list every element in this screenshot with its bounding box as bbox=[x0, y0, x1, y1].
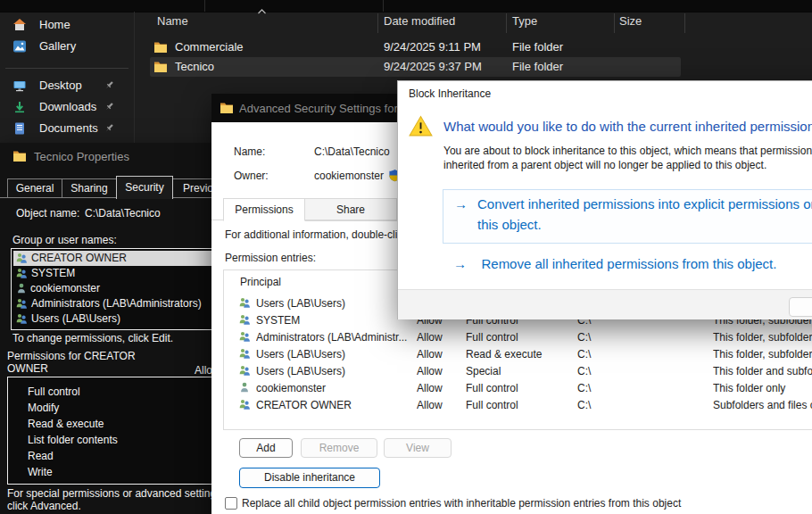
table-row[interactable]: Users (LAB\Users) Allow Read & execute C… bbox=[224, 346, 812, 363]
group-icon bbox=[238, 329, 252, 346]
sidebar-item-desktop[interactable]: Desktop bbox=[5, 75, 130, 96]
tab-security[interactable]: Security bbox=[116, 176, 173, 199]
table-row[interactable]: Users (LAB\Users) Allow Special C:\ This… bbox=[224, 363, 812, 380]
add-button[interactable]: Add bbox=[239, 438, 293, 458]
file-date: 9/24/2025 9:37 PM bbox=[384, 60, 482, 73]
pin-icon bbox=[104, 79, 115, 94]
column-header-type[interactable]: Type bbox=[512, 14, 537, 28]
permission-entries-label: Permission entries: bbox=[225, 252, 316, 264]
remove-permissions-command-link[interactable]: → Remove all inherited permissions from … bbox=[453, 256, 776, 276]
object-name-label: Object name: bbox=[16, 207, 79, 220]
cancel-button[interactable]: Cancel bbox=[789, 297, 812, 317]
dialog-footer: Cancel bbox=[398, 289, 812, 319]
table-row[interactable]: CREATOR OWNER Allow Full control C:\ Sub… bbox=[224, 397, 812, 414]
arrow-right-icon: → bbox=[453, 256, 467, 271]
permission-item[interactable]: Modify bbox=[28, 401, 59, 416]
replace-permissions-label: Replace all child object permission entr… bbox=[242, 497, 812, 510]
permission-item[interactable]: Full control bbox=[28, 385, 80, 400]
dialog-title: Block Inheritance bbox=[409, 87, 491, 100]
group-icon bbox=[238, 397, 252, 414]
group-icon bbox=[238, 295, 252, 312]
remove-button[interactable]: Remove bbox=[301, 438, 377, 458]
permission-item[interactable]: Read & execute bbox=[28, 417, 104, 432]
sidebar-item-documents[interactable]: Documents bbox=[5, 118, 130, 139]
column-header-date-modified[interactable]: Date modified bbox=[384, 14, 455, 28]
file-name: Commerciale bbox=[175, 40, 244, 54]
group-icon bbox=[15, 312, 29, 329]
file-date: 9/24/2025 9:11 PM bbox=[384, 40, 481, 54]
permission-item[interactable]: Write bbox=[28, 465, 53, 480]
file-type: File folder bbox=[512, 60, 563, 73]
permissions-for-label: Permissions for CREATOR bbox=[7, 350, 136, 362]
edit-hint: To change permissions, click Edit. bbox=[12, 332, 173, 344]
dialog-heading: What would you like to do with the curre… bbox=[443, 119, 812, 134]
list-item-cookiemonster[interactable]: cookiemonster bbox=[13, 281, 100, 296]
group-icon bbox=[238, 346, 252, 363]
desktop-icon bbox=[12, 79, 27, 95]
strip-divider bbox=[204, 0, 205, 12]
list-item-administrators[interactable]: Administrators (LAB\Administrators) bbox=[13, 296, 202, 311]
owner-value: cookiemonster bbox=[314, 170, 384, 182]
tab-share[interactable]: Share bbox=[304, 198, 397, 221]
disable-inheritance-button[interactable]: Disable inheritance bbox=[239, 468, 380, 488]
sidebar-item-label: Documents bbox=[39, 121, 98, 135]
group-user-names-label: Group or user names: bbox=[12, 234, 117, 246]
screen: Home Gallery Desktop Downloads Documents… bbox=[0, 0, 812, 514]
view-button[interactable]: View bbox=[384, 438, 452, 458]
table-row[interactable]: cookiemonster Allow Full control C:\ Thi… bbox=[224, 380, 812, 397]
owner-label: Owner: bbox=[234, 170, 269, 182]
folder-icon bbox=[153, 60, 168, 77]
convert-permissions-command-link[interactable]: → Convert inherited permissions into exp… bbox=[443, 189, 812, 244]
tab-sharing[interactable]: Sharing bbox=[62, 178, 117, 198]
home-icon bbox=[12, 18, 27, 35]
sidebar-item-gallery[interactable]: Gallery bbox=[5, 36, 130, 57]
column-header-name[interactable]: Name bbox=[157, 14, 188, 28]
permission-item[interactable]: Special permissions bbox=[28, 481, 123, 485]
folder-icon bbox=[220, 101, 234, 118]
name-value: C:\Data\Tecnico bbox=[314, 145, 390, 158]
tab-general[interactable]: General bbox=[7, 178, 62, 198]
group-icon bbox=[238, 312, 252, 329]
column-divider[interactable] bbox=[614, 13, 615, 33]
gallery-icon bbox=[12, 39, 27, 56]
permission-item[interactable]: Read bbox=[28, 449, 54, 464]
permission-item[interactable]: List folder contents bbox=[28, 433, 118, 448]
dialog-title: Tecnico Properties bbox=[34, 150, 129, 163]
downloads-icon bbox=[12, 100, 27, 117]
body-text-line2: inherited from a parent object will no l… bbox=[443, 159, 812, 171]
folder-icon bbox=[12, 149, 27, 166]
file-type: File folder bbox=[512, 40, 563, 54]
column-divider[interactable] bbox=[377, 13, 378, 33]
explorer-command-strip bbox=[0, 0, 812, 12]
column-divider[interactable] bbox=[506, 13, 507, 33]
group-icon bbox=[238, 363, 252, 380]
folder-icon bbox=[153, 40, 168, 57]
replace-permissions-checkbox[interactable] bbox=[225, 497, 237, 510]
documents-icon bbox=[12, 121, 27, 138]
column-divider[interactable] bbox=[684, 13, 685, 33]
sidebar-item-label: Home bbox=[39, 18, 70, 31]
column-header-size[interactable]: Size bbox=[619, 14, 642, 28]
name-label: Name: bbox=[234, 145, 265, 158]
tab-permissions[interactable]: Permissions bbox=[223, 198, 305, 221]
file-name: Tecnico bbox=[175, 60, 214, 73]
arrow-right-icon: → bbox=[454, 196, 468, 211]
sidebar-item-home[interactable]: Home bbox=[5, 14, 130, 36]
object-name-value: C:\Data\Tecnico bbox=[85, 207, 161, 220]
list-item-users[interactable]: Users (LAB\Users) bbox=[13, 311, 120, 327]
advanced-hint2: click Advanced. bbox=[7, 500, 81, 512]
file-row-tecnico[interactable]: Tecnico 9/24/2025 9:37 PM File folder bbox=[150, 57, 681, 77]
file-row-commerciale[interactable]: Commerciale 9/24/2025 9:11 PM File folde… bbox=[150, 37, 681, 57]
pin-icon bbox=[104, 122, 115, 137]
list-item-system[interactable]: SYSTEM bbox=[13, 266, 75, 281]
sidebar-item-downloads[interactable]: Downloads bbox=[5, 96, 130, 118]
user-icon bbox=[238, 380, 251, 397]
table-row[interactable]: Administrators (LAB\Administr... Allow F… bbox=[224, 329, 812, 346]
principal-header[interactable]: Principal bbox=[240, 276, 281, 288]
pin-icon bbox=[104, 101, 115, 115]
sidebar-item-label: Downloads bbox=[39, 100, 96, 113]
sidebar-divider bbox=[134, 12, 135, 143]
sidebar-item-label: Desktop bbox=[39, 79, 82, 92]
body-text-line1: You are about to block inheritance to th… bbox=[443, 145, 812, 157]
block-inheritance-dialog: Block Inheritance What would you like to… bbox=[397, 80, 812, 319]
